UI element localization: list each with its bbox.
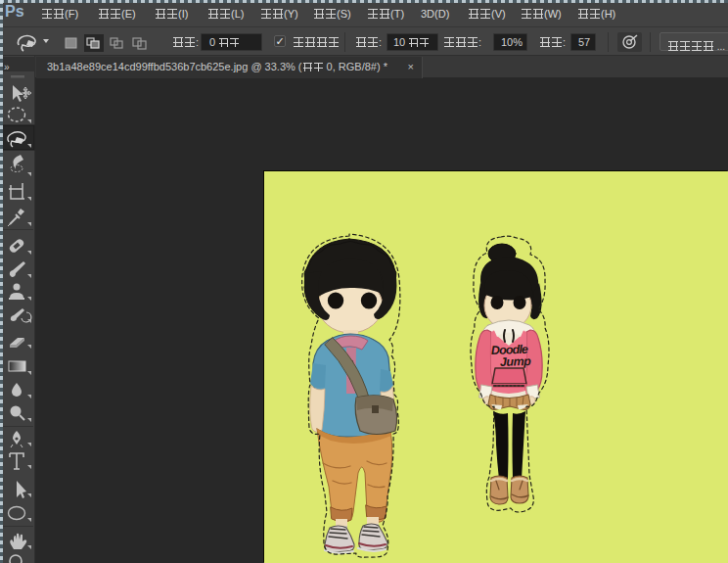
- svg-text:Jump: Jump: [500, 354, 532, 369]
